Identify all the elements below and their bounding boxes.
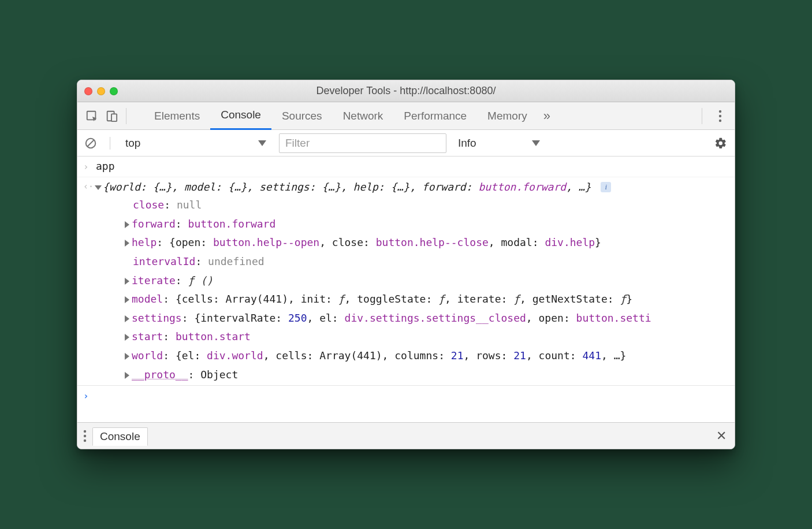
kebab-menu-icon[interactable]	[710, 106, 730, 126]
disclosure-triangle-icon[interactable]	[125, 221, 129, 228]
close-window-button[interactable]	[84, 87, 92, 95]
tab-sources[interactable]: Sources	[271, 102, 333, 130]
object-summary[interactable]: {world: {…}, model: {…}, settings: {…}, …	[96, 178, 729, 196]
traffic-lights	[84, 87, 118, 95]
property-row[interactable]: start: button.start	[125, 327, 729, 347]
svg-rect-2	[111, 114, 117, 121]
log-level-select[interactable]: Info	[453, 133, 540, 153]
titlebar: Developer Tools - http://localhost:8080/	[77, 80, 735, 102]
devtools-window: Developer Tools - http://localhost:8080/…	[77, 80, 735, 449]
disclosure-triangle-icon[interactable]	[125, 353, 129, 360]
info-badge-icon[interactable]: i	[601, 182, 611, 192]
device-toolbar-icon[interactable]	[102, 106, 121, 126]
inspect-element-icon[interactable]	[82, 106, 102, 126]
tab-network[interactable]: Network	[333, 102, 394, 130]
console-toolbar: top Info	[77, 130, 735, 157]
property-row[interactable]: forward: button.forward	[125, 215, 729, 234]
drawer: Console ✕	[77, 422, 735, 449]
disclosure-triangle-icon[interactable]	[125, 372, 129, 379]
drawer-kebab-icon[interactable]	[83, 430, 87, 442]
return-arrow-icon: ‹·	[83, 178, 96, 195]
disclosure-triangle-icon[interactable]	[125, 240, 129, 247]
prompt-chevron-icon: ›	[83, 387, 96, 419]
divider	[702, 108, 702, 124]
property-row[interactable]: help: {open: button.help--open, close: b…	[125, 233, 729, 252]
tab-performance[interactable]: Performance	[393, 102, 477, 130]
svg-line-7	[88, 140, 94, 146]
devtools-tabbar: Elements Console Sources Network Perform…	[77, 102, 735, 130]
drawer-tab-console[interactable]: Console	[92, 427, 148, 446]
disclosure-triangle-icon[interactable]	[125, 278, 129, 285]
settings-gear-icon[interactable]	[713, 135, 729, 151]
property-row[interactable]: close: null	[125, 196, 729, 215]
prompt-chevron-icon: ›	[83, 158, 96, 176]
clear-console-icon[interactable]	[83, 136, 98, 151]
disclosure-triangle-icon[interactable]	[95, 185, 102, 190]
object-properties: close: null forward: button.forward help…	[96, 196, 729, 384]
svg-point-4	[719, 114, 721, 117]
property-row[interactable]: __proto__: Object	[125, 366, 729, 385]
disclosure-triangle-icon[interactable]	[125, 296, 129, 303]
window-title: Developer Tools - http://localhost:8080/	[77, 85, 735, 97]
tab-memory[interactable]: Memory	[477, 102, 538, 130]
svg-point-9	[84, 434, 86, 437]
filter-input[interactable]	[279, 133, 446, 153]
svg-point-8	[84, 430, 86, 432]
close-drawer-icon[interactable]: ✕	[714, 429, 729, 444]
property-row[interactable]: intervalId: undefined	[125, 252, 729, 271]
execution-context-select[interactable]: top	[122, 133, 272, 153]
disclosure-triangle-icon[interactable]	[125, 315, 129, 322]
console-result-row: ‹· {world: {…}, model: {…}, settings: {……	[77, 177, 735, 386]
log-level-value: Info	[458, 137, 476, 150]
property-row[interactable]: settings: {intervalRate: 250, el: div.se…	[125, 309, 729, 328]
chevron-down-icon	[532, 140, 540, 146]
console-prompt-row[interactable]: ›	[77, 386, 735, 420]
divider	[126, 108, 126, 124]
property-row[interactable]: iterate: ƒ ()	[125, 271, 729, 290]
disclosure-triangle-icon[interactable]	[125, 334, 129, 341]
svg-point-10	[84, 439, 86, 441]
tab-console[interactable]: Console	[210, 102, 271, 130]
console-input-row[interactable]: › app	[77, 157, 735, 177]
divider	[110, 137, 110, 150]
execution-context-value: top	[125, 137, 140, 150]
tab-elements[interactable]: Elements	[144, 102, 210, 130]
minimize-window-button[interactable]	[97, 87, 105, 95]
svg-point-5	[719, 119, 721, 121]
console-output: › app ‹· {world: {…}, model: {…}, settin…	[77, 157, 735, 422]
chevron-down-icon	[258, 140, 266, 146]
property-row[interactable]: world: {el: div.world, cells: Array(441)…	[125, 347, 729, 366]
svg-point-3	[719, 110, 721, 112]
console-input-text: app	[96, 158, 729, 176]
zoom-window-button[interactable]	[110, 87, 118, 95]
property-row[interactable]: model: {cells: Array(441), init: ƒ, togg…	[125, 290, 729, 309]
tab-overflow-button[interactable]: »	[538, 109, 556, 124]
